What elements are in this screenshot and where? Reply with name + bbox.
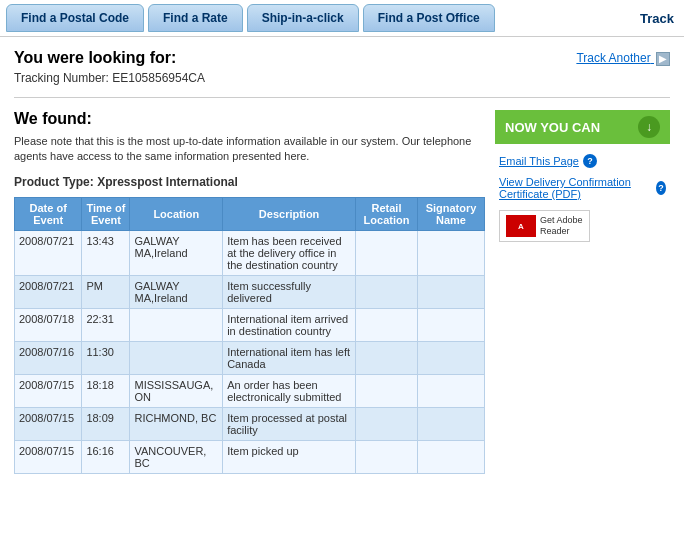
top-nav: Find a Postal Code Find a Rate Ship-in-a…	[0, 0, 684, 37]
now-you-can-bar: NOW YOU CAN ↓	[495, 110, 670, 144]
right-panel: NOW YOU CAN ↓ Email This Page ? View Del…	[495, 110, 670, 474]
table-cell	[356, 308, 418, 341]
table-header-row: Date of Event Time of Event Location Des…	[15, 197, 485, 230]
table-cell	[356, 407, 418, 440]
table-cell: 2008/07/15	[15, 407, 82, 440]
track-another-arrow-icon: ▶	[656, 52, 670, 66]
table-cell: International item arrived in destinatio…	[223, 308, 356, 341]
table-cell	[130, 308, 223, 341]
looking-for-title: You were looking for:	[14, 49, 670, 67]
table-cell: Item has been received at the delivery o…	[223, 230, 356, 275]
email-link-row: Email This Page ?	[499, 154, 666, 168]
now-you-can-icon: ↓	[638, 116, 660, 138]
table-cell: 16:16	[82, 440, 130, 473]
track-another-link[interactable]: Track Another ▶	[576, 51, 670, 66]
col-location: Location	[130, 197, 223, 230]
col-date: Date of Event	[15, 197, 82, 230]
table-cell: 18:18	[82, 374, 130, 407]
table-row: 2008/07/2113:43GALWAY MA,IrelandItem has…	[15, 230, 485, 275]
tracking-number-display: Tracking Number: EE105856954CA	[14, 71, 670, 85]
table-cell: 2008/07/16	[15, 341, 82, 374]
looking-for-section: You were looking for: Tracking Number: E…	[14, 49, 670, 98]
table-cell	[356, 230, 418, 275]
table-cell: GALWAY MA,Ireland	[130, 275, 223, 308]
table-cell: RICHMOND, BC	[130, 407, 223, 440]
table-cell	[356, 440, 418, 473]
table-cell	[418, 308, 485, 341]
delivery-help-icon[interactable]: ?	[656, 181, 666, 195]
tab-find-post-office[interactable]: Find a Post Office	[363, 4, 495, 32]
email-help-icon[interactable]: ?	[583, 154, 597, 168]
table-cell: VANCOUVER, BC	[130, 440, 223, 473]
table-row: 2008/07/1516:16VANCOUVER, BCItem picked …	[15, 440, 485, 473]
table-cell: GALWAY MA,Ireland	[130, 230, 223, 275]
table-row: 2008/07/1611:30International item has le…	[15, 341, 485, 374]
sidebar-links: Email This Page ? View Delivery Confirma…	[495, 154, 670, 242]
adobe-badge[interactable]: A Get Adobe Reader	[499, 210, 590, 242]
we-found-note: Please note that this is the most up-to-…	[14, 134, 485, 165]
track-label: Track	[640, 11, 678, 26]
table-cell: 2008/07/15	[15, 440, 82, 473]
col-retail: Retail Location	[356, 197, 418, 230]
table-row: 2008/07/1822:31International item arrive…	[15, 308, 485, 341]
main-content: You were looking for: Tracking Number: E…	[0, 37, 684, 486]
table-cell: International item has left Canada	[223, 341, 356, 374]
col-description: Description	[223, 197, 356, 230]
table-cell: Item processed at postal facility	[223, 407, 356, 440]
table-cell: PM	[82, 275, 130, 308]
table-cell: 13:43	[82, 230, 130, 275]
product-type: Product Type: Xpresspost International	[14, 175, 485, 189]
tab-postal-code[interactable]: Find a Postal Code	[6, 4, 144, 32]
table-cell: 11:30	[82, 341, 130, 374]
table-cell: 2008/07/21	[15, 275, 82, 308]
view-delivery-confirmation-link[interactable]: View Delivery Confirmation Certificate (…	[499, 176, 652, 200]
table-cell	[418, 374, 485, 407]
table-cell	[418, 440, 485, 473]
now-you-can-label: NOW YOU CAN	[505, 120, 600, 135]
col-signatory: Signatory Name	[418, 197, 485, 230]
we-found-title: We found:	[14, 110, 485, 128]
table-cell: 2008/07/18	[15, 308, 82, 341]
adobe-logo-icon: A	[506, 215, 536, 237]
table-row: 2008/07/21PMGALWAY MA,IrelandItem succes…	[15, 275, 485, 308]
delivery-link-row: View Delivery Confirmation Certificate (…	[499, 176, 666, 200]
table-cell	[356, 374, 418, 407]
table-cell	[418, 230, 485, 275]
table-cell: 2008/07/21	[15, 230, 82, 275]
table-cell: 18:09	[82, 407, 130, 440]
tab-find-rate[interactable]: Find a Rate	[148, 4, 243, 32]
table-cell	[418, 407, 485, 440]
table-cell	[130, 341, 223, 374]
left-panel: We found: Please note that this is the m…	[14, 110, 485, 474]
adobe-text: Get Adobe Reader	[540, 215, 583, 237]
table-cell	[418, 341, 485, 374]
table-cell: 22:31	[82, 308, 130, 341]
table-cell: 2008/07/15	[15, 374, 82, 407]
table-cell: An order has been electronically submitt…	[223, 374, 356, 407]
tracking-table: Date of Event Time of Event Location Des…	[14, 197, 485, 474]
tab-ship-in-a-click[interactable]: Ship-in-a-click	[247, 4, 359, 32]
table-cell	[356, 275, 418, 308]
table-cell: Item picked up	[223, 440, 356, 473]
table-cell: MISSISSAUGA, ON	[130, 374, 223, 407]
col-time: Time of Event	[82, 197, 130, 230]
content-layout: We found: Please note that this is the m…	[14, 110, 670, 474]
table-row: 2008/07/1518:18MISSISSAUGA, ONAn order h…	[15, 374, 485, 407]
table-cell	[418, 275, 485, 308]
email-this-page-link[interactable]: Email This Page	[499, 155, 579, 167]
table-cell: Item successfully delivered	[223, 275, 356, 308]
table-cell	[356, 341, 418, 374]
table-row: 2008/07/1518:09RICHMOND, BCItem processe…	[15, 407, 485, 440]
